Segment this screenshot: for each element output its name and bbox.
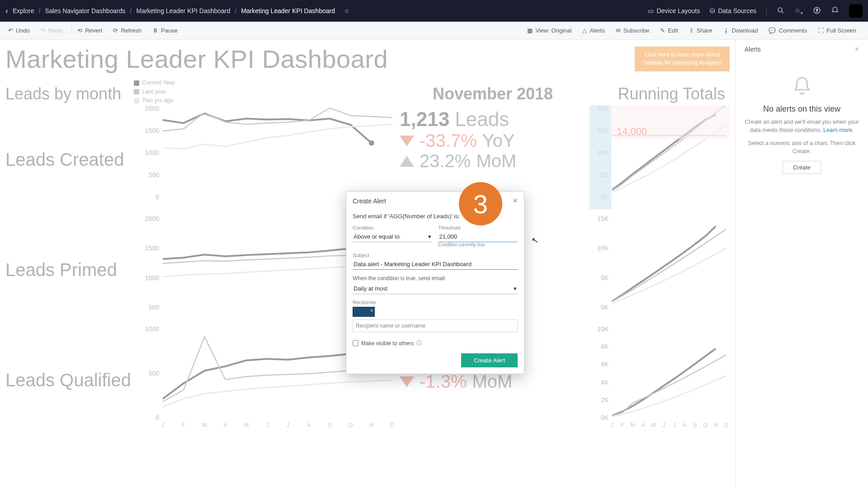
dashboard-viewport: Marketing Leader KPI Dashboard Click her… (0, 40, 735, 488)
subject-input[interactable] (353, 259, 518, 270)
view-icon: ▦ (527, 27, 533, 34)
device-layouts-button[interactable]: ▭Device Layouts (648, 7, 700, 14)
download-button[interactable]: ⭳Download (720, 26, 762, 35)
alerts-button[interactable]: △Alerts (579, 26, 608, 35)
svg-text:0K: 0K (601, 414, 609, 421)
notifications-icon[interactable] (831, 6, 839, 16)
redo-icon: ↷ (41, 27, 46, 34)
svg-text:O: O (703, 422, 708, 428)
comments-button[interactable]: 💬Comments (765, 26, 811, 35)
remove-recipient-icon[interactable]: × (370, 308, 373, 313)
svg-text:?: ? (816, 8, 818, 13)
condition-select[interactable]: Above or equal to▾ (353, 231, 432, 242)
mail-icon: ✉ (616, 27, 621, 34)
close-icon[interactable]: × (513, 196, 518, 206)
svg-text:1000: 1000 (145, 326, 159, 333)
fullscreen-icon: ⛶ (818, 27, 824, 34)
alerts-panel-title: Alerts (745, 46, 761, 53)
svg-text:15K: 15K (597, 216, 609, 222)
svg-text:2K: 2K (601, 396, 609, 404)
revert-icon: ⟲ (77, 27, 82, 34)
favorites-icon[interactable]: ☆▾ (795, 7, 803, 15)
recipient-input[interactable]: Recipient name or username (353, 319, 518, 332)
svg-text:6K: 6K (601, 361, 609, 368)
svg-text:4K: 4K (601, 379, 609, 386)
recipient-chip[interactable]: × (353, 307, 375, 317)
alert-icon: △ (582, 27, 587, 34)
revert-button[interactable]: ⟲Revert (74, 26, 106, 35)
top-nav: ‹ Explore/ Sales Navigator Dashboards/ M… (0, 0, 868, 22)
svg-text:1500: 1500 (145, 127, 159, 134)
user-avatar[interactable] (849, 4, 863, 18)
share-button[interactable]: ⇪Share (685, 26, 716, 35)
info-icon[interactable]: ⓘ (416, 339, 422, 347)
svg-text:S: S (693, 422, 697, 428)
breadcrumb: ‹ Explore/ Sales Navigator Dashboards/ M… (5, 6, 350, 16)
crumb-l3[interactable]: Marketing Leader KPI Dashboard (241, 7, 335, 14)
favorite-star-icon[interactable]: ☆ (344, 7, 350, 14)
threshold-input[interactable] (439, 231, 518, 242)
up-triangle-icon (400, 156, 414, 167)
data-sources-button[interactable]: ⛁Data Sources (710, 7, 756, 14)
pencil-icon: ✎ (660, 27, 665, 34)
svg-text:S: S (328, 422, 332, 428)
create-alert-button[interactable]: Create Alert (461, 353, 518, 367)
svg-text:A: A (307, 422, 311, 428)
modal-title: Create Alert (353, 197, 386, 205)
device-icon: ▭ (648, 7, 654, 14)
crumb-l2[interactable]: Marketing Leader KPI Dashboard (136, 7, 230, 14)
row-qualified-label: Leads Qualified (5, 326, 132, 434)
data-icon: ⛁ (710, 7, 715, 14)
refresh-icon: ⟳ (113, 27, 118, 34)
alerts-empty-title: No alerts on this view (745, 104, 859, 114)
crumb-l1[interactable]: Sales Navigator Dashboards (45, 7, 125, 14)
svg-text:1000: 1000 (145, 274, 159, 282)
row-primed-label: Leads Primed (5, 216, 132, 324)
back-icon[interactable]: ‹ (5, 6, 8, 16)
refresh-button[interactable]: ⟳Refresh (109, 26, 145, 35)
help-icon[interactable]: ? (813, 6, 821, 16)
svg-text:D: D (724, 422, 728, 428)
svg-text:M: M (651, 422, 656, 428)
learn-more-link[interactable]: Learn more. (823, 127, 854, 133)
edit-button[interactable]: ✎Edit (656, 26, 681, 35)
frequency-label: When the condition is true, send email: (353, 275, 518, 282)
svg-text:2000: 2000 (145, 216, 159, 222)
svg-text:A: A (683, 422, 687, 428)
svg-text:500: 500 (149, 171, 160, 178)
col-leads-head: Leads by month (5, 76, 132, 103)
chevron-down-icon: ▾ (514, 285, 517, 292)
svg-text:N: N (713, 422, 717, 428)
subscribe-button[interactable]: ✉Subscribe (612, 26, 653, 35)
svg-text:10K: 10K (597, 326, 609, 333)
crumb-explore[interactable]: Explore (13, 7, 34, 14)
chart-running-created[interactable]: 14,000 20K15K10K5K0K (590, 105, 730, 214)
visible-label: Make visible to others (361, 340, 414, 347)
svg-text:1500: 1500 (145, 244, 159, 252)
svg-text:500: 500 (149, 370, 160, 377)
svg-text:J: J (287, 422, 290, 428)
fullscreen-button[interactable]: ⛶Full Screen (814, 26, 860, 35)
svg-text:0: 0 (156, 414, 159, 421)
redo-button: ↷Redo (37, 26, 66, 35)
col-running-head: Running Totals (590, 76, 730, 103)
close-panel-icon[interactable]: × (855, 45, 859, 53)
row-created-label: Leads Created (5, 105, 132, 214)
svg-text:M: M (630, 422, 635, 428)
threshold-label: Threshold (439, 225, 518, 230)
pause-icon: ⏸ (152, 27, 158, 34)
undo-button[interactable]: ↶Undo (5, 26, 33, 35)
promo-banner[interactable]: Click here to learn more about Tableau f… (635, 47, 730, 71)
svg-text:D: D (390, 422, 394, 428)
search-icon[interactable] (777, 6, 785, 16)
svg-text:M: M (244, 422, 249, 428)
share-icon: ⇪ (689, 27, 694, 34)
visible-checkbox[interactable] (353, 340, 359, 346)
pause-button[interactable]: ⏸Pause (149, 26, 181, 35)
down-triangle-icon (400, 376, 414, 387)
view-button[interactable]: ▦View: Original (524, 26, 575, 35)
chart-running-primed[interactable]: 15K10K5K0K (590, 216, 730, 324)
frequency-select[interactable]: Daily at most▾ (353, 283, 518, 294)
chart-running-qualified[interactable]: 10K8K6K4K2K0KJFMAMJJASOND (590, 326, 730, 434)
panel-create-button[interactable]: Create (783, 161, 821, 174)
